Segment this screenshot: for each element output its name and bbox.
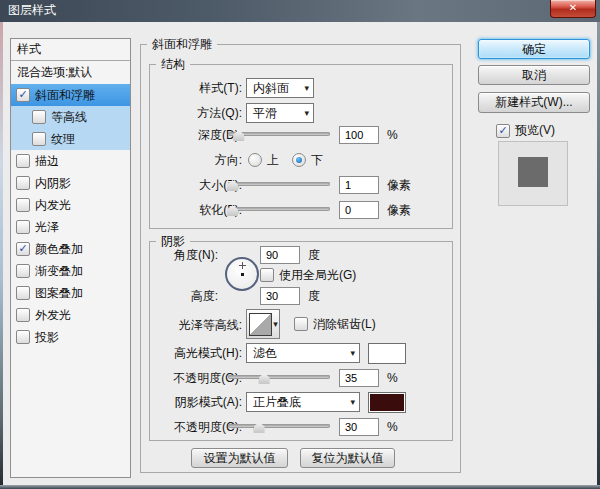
altitude-input[interactable] <box>260 287 300 305</box>
angle-dial[interactable] <box>225 257 259 291</box>
style-checkbox[interactable] <box>16 154 30 168</box>
sidebar-item[interactable]: 内发光 <box>11 194 130 216</box>
use-global-light-checkbox[interactable] <box>260 268 274 282</box>
highlight-opacity-input[interactable] <box>339 369 379 387</box>
sidebar-item[interactable]: 描边 <box>11 150 130 172</box>
shadow-opacity-slider[interactable] <box>228 419 330 435</box>
shadow-mode-dropdown[interactable]: 正片叠底 ▾ <box>246 392 360 412</box>
style-checkbox[interactable] <box>16 198 30 212</box>
highlight-opacity-slider[interactable] <box>228 370 330 386</box>
style-checkbox[interactable]: ✓ <box>16 88 30 102</box>
use-global-light-label: 使用全局光(G) <box>279 268 356 282</box>
titlebar[interactable]: 图层样式 ✕ <box>0 0 600 22</box>
close-button[interactable]: ✕ <box>550 0 596 18</box>
sidebar-item-blend-options[interactable]: 混合选项:默认 <box>11 61 130 84</box>
styles-sidebar: 样式 混合选项:默认 ✓ 斜面和浮雕 等高线 纹理 描边 <box>10 38 131 478</box>
sidebar-item[interactable]: ✓ 斜面和浮雕 <box>11 84 130 106</box>
sidebar-item[interactable]: 外发光 <box>11 304 130 326</box>
use-global-light-option[interactable]: 使用全局光(G) <box>260 268 356 282</box>
style-checkbox[interactable] <box>16 308 30 322</box>
direction-down-label: 下 <box>311 153 323 167</box>
style-checkbox[interactable] <box>16 220 30 234</box>
sidebar-item-label: 内发光 <box>35 197 71 214</box>
chevron-down-icon: ▾ <box>304 108 309 118</box>
sidebar-item[interactable]: 渐变叠加 <box>11 260 130 282</box>
highlight-color-swatch[interactable] <box>368 343 406 364</box>
radio-up[interactable] <box>248 153 262 167</box>
sidebar-item-label: 外发光 <box>35 307 71 324</box>
sidebar-item[interactable]: 纹理 <box>11 128 130 150</box>
sidebar-item-label: 光泽 <box>35 219 59 236</box>
style-checkbox[interactable] <box>32 110 46 124</box>
technique-label: 方法(Q): <box>150 103 242 123</box>
chevron-down-icon: ▾ <box>272 319 279 329</box>
technique-dropdown-value: 平滑 <box>253 105 277 122</box>
gloss-contour-thumbnail <box>249 313 272 336</box>
angle-input[interactable] <box>260 246 300 264</box>
bevel-emboss-panel: 斜面和浮雕 结构 样式(T): 内斜面 ▾ 方法(Q): 平滑 ▾ 深度(D): <box>140 44 461 473</box>
sidebar-item[interactable]: 光泽 <box>11 216 130 238</box>
slider-track <box>228 182 330 186</box>
style-checkbox[interactable] <box>16 264 30 278</box>
direction-down-option[interactable]: 下 <box>292 153 323 167</box>
direction-up-option[interactable]: 上 <box>248 153 279 167</box>
style-checkbox[interactable] <box>32 132 46 146</box>
slider-track <box>228 375 330 379</box>
gloss-contour-picker[interactable]: ▾ <box>246 309 280 339</box>
style-checkbox[interactable] <box>16 286 30 300</box>
preview-option[interactable]: ✓ 预览(V) <box>496 122 555 139</box>
sidebar-item-label: 渐变叠加 <box>35 263 83 280</box>
angle-center-dot <box>241 273 244 276</box>
style-checkbox[interactable] <box>16 330 30 344</box>
soften-slider[interactable] <box>228 202 330 218</box>
anti-alias-option[interactable]: 消除锯齿(L) <box>294 317 376 331</box>
sidebar-item-label: 等高线 <box>51 109 87 126</box>
chevron-down-icon: ▾ <box>304 83 309 93</box>
altitude-label: 高度: <box>150 286 218 306</box>
sidebar-header: 样式 <box>11 39 130 61</box>
sidebar-item[interactable]: 投影 <box>11 326 130 348</box>
highlight-mode-label: 高光模式(H): <box>150 343 242 363</box>
preview-checkbox[interactable]: ✓ <box>496 124 510 138</box>
depth-slider[interactable] <box>228 127 330 143</box>
dialog-body: 样式 混合选项:默认 ✓ 斜面和浮雕 等高线 纹理 描边 <box>0 22 600 489</box>
ok-button[interactable]: 确定 <box>478 39 590 59</box>
style-checkbox[interactable] <box>16 176 30 190</box>
chevron-down-icon: ▾ <box>350 397 355 407</box>
sidebar-item[interactable]: ✓ 颜色叠加 <box>11 238 130 260</box>
anti-alias-checkbox[interactable] <box>294 317 308 331</box>
slider-track <box>228 424 330 428</box>
style-checkbox[interactable]: ✓ <box>16 242 30 256</box>
sidebar-items: ✓ 斜面和浮雕 等高线 纹理 描边 内阴影 <box>11 84 130 348</box>
shading-group: 阴影 角度(N): 度 使用全局光(G) 高度: 度 光泽等高线: <box>149 241 453 441</box>
layer-style-dialog: 图层样式 ✕ 样式 混合选项:默认 ✓ 斜面和浮雕 等高线 纹理 <box>0 0 600 489</box>
set-default-button[interactable]: 设置为默认值 <box>191 448 288 468</box>
depth-input[interactable] <box>339 126 379 144</box>
reset-default-button[interactable]: 复位为默认值 <box>300 448 395 468</box>
shadow-mode-value: 正片叠底 <box>253 394 301 411</box>
new-style-button[interactable]: 新建样式(W)... <box>478 92 590 113</box>
sidebar-item[interactable]: 等高线 <box>11 106 130 128</box>
soften-input[interactable] <box>339 201 379 219</box>
cancel-button[interactable]: 取消 <box>478 65 590 85</box>
soften-unit: 像素 <box>387 200 411 220</box>
shadow-opacity-unit: % <box>387 417 398 437</box>
style-dropdown[interactable]: 内斜面 ▾ <box>246 78 314 98</box>
highlight-opacity-unit: % <box>387 368 398 388</box>
sidebar-item-label: 描边 <box>35 153 59 170</box>
angle-unit: 度 <box>308 245 320 265</box>
technique-dropdown[interactable]: 平滑 ▾ <box>246 103 314 123</box>
size-input[interactable] <box>339 176 379 194</box>
sidebar-item[interactable]: 图案叠加 <box>11 282 130 304</box>
size-slider[interactable] <box>228 177 330 193</box>
preview-thumbnail <box>498 141 568 206</box>
sidebar-item[interactable]: 内阴影 <box>11 172 130 194</box>
depth-unit: % <box>387 125 398 145</box>
shadow-opacity-input[interactable] <box>339 418 379 436</box>
gloss-contour-label: 光泽等高线: <box>150 315 242 335</box>
radio-down[interactable] <box>292 153 306 167</box>
highlight-mode-dropdown[interactable]: 滤色 ▾ <box>246 343 360 363</box>
shadow-color-swatch[interactable] <box>368 392 406 413</box>
preview-label: 预览(V) <box>515 122 555 139</box>
dialog-title: 图层样式 <box>8 3 56 17</box>
